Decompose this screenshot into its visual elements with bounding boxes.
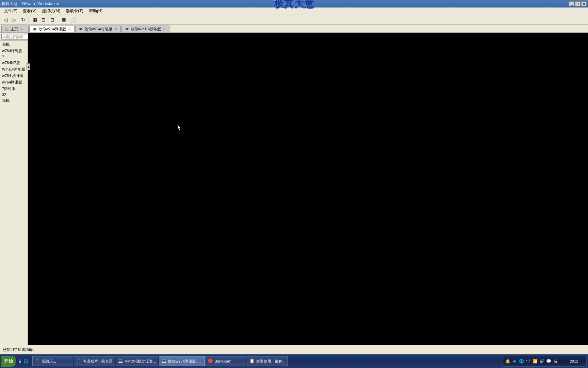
tab-vm2[interactable]: 💻 敢你w764行装版 ✕ (75, 26, 120, 32)
title-bar-controls: _ □ ✕ (569, 1, 587, 6)
tab-vm1-close[interactable]: ✕ (67, 27, 71, 31)
yueyu-label: 粤语残片 - 陈奕迅 (83, 359, 113, 364)
sidebar-vm-list: 我机 w764行驾版 7 w764NP版 Win10-新年版 w764-战神版 … (0, 41, 28, 104)
sidebar-item-4[interactable]: Win10-新年版 (0, 66, 28, 73)
minimize-button[interactable]: _ (569, 1, 574, 6)
tab-home-label: 主页 (11, 27, 18, 32)
status-bar: 已禁用了加速功能。 (0, 345, 588, 354)
bandicam-label: Bandicam (215, 359, 231, 363)
close-button[interactable]: ✕ (581, 1, 587, 6)
taskbar-item-vm-group[interactable]: 💻 VM虚拟机交流群... (116, 356, 159, 366)
maximize-button[interactable]: □ (575, 1, 581, 6)
forward-button[interactable]: ▷ (10, 16, 18, 24)
vm2-icon: 💻 (78, 27, 83, 32)
tab-home[interactable]: 🏠 主页 ✕ (1, 26, 29, 32)
tab-vm1-label: 敢你w764腾讯版 (38, 27, 66, 32)
tab-vm2-label: 敢你w764行装版 (84, 27, 112, 32)
vm-content-area[interactable] (28, 33, 588, 345)
sidebar-item-6[interactable]: w764腾讯版 (0, 79, 28, 86)
tab-vm3[interactable]: 💻 敢你Win10-新年版 ✕ (121, 26, 170, 32)
vm-active-label: 敢你w764腾讯版 - ... (168, 359, 202, 364)
start-button[interactable]: 开始 (1, 356, 16, 367)
menu-view[interactable]: 查看(V) (20, 7, 39, 15)
toolbar-sep-2 (58, 16, 59, 23)
title-bar: 极其大意 - VMware Workstation 极其大意 _ □ ✕ (0, 0, 588, 7)
toolbar-view5[interactable]: ⬜ (69, 16, 77, 24)
ie-icon[interactable]: 🌐 (23, 358, 29, 364)
tabs-bar: 🏠 主页 ✕ 💻 敢你w764腾讯版 ✕ 💻 敢你w764行装版 ✕ 💻 敢你W… (0, 25, 588, 33)
toolbar-view3[interactable]: ⊟ (48, 16, 56, 24)
welcome-icon: 📋 (249, 358, 255, 364)
tray-separator (561, 357, 561, 365)
taskbar-items: 🎵 联想乐云 🎵 粤语残片 - 陈奕迅 💻 VM虚拟机交流群... 💻 敢你w7… (32, 356, 503, 366)
taskbar-item-vm-active[interactable]: 💻 敢你w764腾讯版 - ... (159, 356, 205, 366)
bandicam-icon: 🔴 (208, 358, 213, 364)
taskbar-item-bandicam[interactable]: 🔴 Bandicam (206, 356, 246, 366)
sidebar-collapse-button[interactable]: ◀ (27, 63, 30, 70)
back-button[interactable]: ◁ (1, 16, 10, 24)
tab-vm3-label: 敢你Win10-新年版 (131, 27, 161, 32)
tab-vm3-close[interactable]: ✕ (162, 27, 166, 31)
sidebar: 🔍 我机 w764行驾版 7 w764NP版 Win10-新年版 w764-战神… (0, 33, 28, 345)
sidebar-item-2[interactable]: 7 (0, 54, 28, 60)
menu-file[interactable]: 文件(F) (1, 7, 20, 15)
toolbar: ◁ ▷ ↻ ▦ ⊡ ⊟ ⊠ ⬜ (0, 15, 588, 25)
vm1-icon: 💻 (32, 27, 37, 31)
tab-vm1[interactable]: 💻 敢你w764腾讯版 ✕ (29, 26, 75, 32)
tray-message[interactable]: 💬 (546, 358, 551, 364)
tray-input-method[interactable]: Ai (512, 358, 517, 364)
sidebar-item-9[interactable]: 我机 (0, 97, 28, 104)
quick-launch: 🖥 🌐 (17, 358, 30, 364)
sidebar-item-8[interactable]: 32 (0, 92, 28, 97)
taskbar-item-welcome[interactable]: 📋 欢迎使用：敢你... (247, 356, 288, 366)
tray-security[interactable]: 🛡 (525, 358, 531, 364)
system-tray: 🔔 Ai 🌐 🛡 📶 🔊 💬 🖨 2012 (503, 356, 587, 367)
tray-notification[interactable]: 🔔 (505, 358, 510, 364)
lianxiang-icon: 🎵 (35, 358, 40, 364)
sidebar-item-1[interactable]: w764行驾版 (0, 48, 28, 54)
status-text: 已禁用了加速功能。 (3, 347, 36, 352)
refresh-button[interactable]: ↻ (19, 16, 27, 24)
toolbar-sep-1 (29, 16, 29, 23)
vm-active-icon: 💻 (161, 358, 167, 364)
show-desktop-icon[interactable]: 🖥 (17, 358, 22, 364)
mouse-cursor (178, 125, 182, 132)
tab-home-close[interactable]: ✕ (19, 27, 23, 31)
toolbar-view1[interactable]: ▦ (31, 16, 39, 24)
vm3-icon: 💻 (125, 27, 129, 32)
sidebar-item-5[interactable]: w764-战神版 (0, 73, 28, 79)
taskbar-item-lianxiang[interactable]: 🎵 联想乐云 (32, 356, 73, 366)
sidebar-item-0[interactable]: 我机 (0, 41, 28, 48)
system-clock: 2012 (564, 359, 584, 363)
clock-time: 2012 (564, 359, 584, 363)
tray-print[interactable]: 🖨 (553, 358, 558, 364)
toolbar-view4[interactable]: ⊠ (60, 16, 68, 24)
taskbar-item-yueyu[interactable]: 🎵 粤语残片 - 陈奕迅 (74, 356, 115, 366)
home-icon: 🏠 (4, 27, 9, 32)
lianxiang-label: 联想乐云 (42, 359, 56, 364)
title-bar-text: 极其大意 - VMware Workstation (1, 1, 59, 7)
tray-network[interactable]: 📶 (532, 358, 538, 364)
app-brand-title: 极其大意 (274, 0, 314, 10)
main-layout: ◀ 🔍 我机 w764行驾版 7 w764NP版 Win10-新年版 w764-… (0, 33, 588, 345)
sidebar-item-7[interactable]: 7防封版 (0, 86, 28, 92)
toolbar-view2[interactable]: ⊡ (39, 16, 48, 24)
tab-vm2-close[interactable]: ✕ (114, 27, 118, 31)
menu-help[interactable]: 帮助(H) (86, 7, 105, 15)
tray-volume[interactable]: 🔊 (539, 358, 544, 364)
menu-vm[interactable]: 虚拟机(M) (39, 7, 63, 15)
sidebar-item-3[interactable]: w764NP版 (0, 60, 28, 66)
taskbar: 开始 🖥 🌐 🎵 联想乐云 🎵 粤语残片 - 陈奕迅 💻 VM虚拟机交流群...… (0, 354, 588, 368)
menu-tabs[interactable]: 选项卡(T) (63, 7, 86, 15)
tray-language[interactable]: 🌐 (519, 358, 524, 364)
vm-group-label: VM虚拟机交流群... (125, 359, 156, 364)
welcome-label: 欢迎使用：敢你... (256, 359, 285, 364)
start-label: 开始 (4, 358, 13, 364)
vm-group-icon: 💻 (118, 358, 124, 364)
yueyu-icon: 🎵 (76, 358, 82, 364)
sidebar-search-bar: 🔍 (0, 33, 28, 41)
